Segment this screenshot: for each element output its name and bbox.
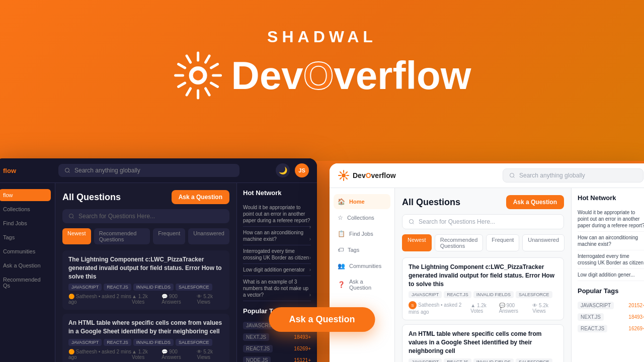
light-hot-network-item-4[interactable]: Low digit addition gener... xyxy=(578,269,644,281)
light-questions-search-placeholder: Search for Questions Here... xyxy=(419,218,495,225)
light-sidebar-item-ask-question[interactable]: ❓ Ask a Question xyxy=(334,275,390,295)
communities-icon: 👥 xyxy=(338,262,345,269)
light-hot-network-title: Hot Network xyxy=(578,194,644,202)
sidebar-item-communities[interactable]: Communities xyxy=(0,245,51,257)
sidebar-item-find-jobs[interactable]: Find Jobs xyxy=(0,217,51,229)
logo-area: DevOverflow xyxy=(173,50,471,101)
light-filter-tab-newest[interactable]: Newest xyxy=(402,234,432,251)
light-tag-reactjs-2[interactable]: REACT.JS xyxy=(444,358,471,362)
sidebar-item-ask-question[interactable]: Ask a Question xyxy=(0,259,51,272)
dark-answers-stat-2: 💬 900 Answers xyxy=(162,349,193,360)
brand-name: SHADWAL xyxy=(267,28,377,46)
light-sidebar-item-home[interactable]: 🏠 Home xyxy=(334,194,390,209)
svg-point-26 xyxy=(410,220,414,224)
light-sidebar-tags-label: Tags xyxy=(348,247,359,253)
dark-sidebar: flow Collections Find Jobs Tags Communit… xyxy=(0,183,55,362)
light-sidebar-collections-label: Collections xyxy=(347,215,374,221)
light-hot-network-item-1[interactable]: Would it be appropriate to point out an … xyxy=(578,207,644,232)
filter-tab-frequent[interactable]: Frequent xyxy=(153,228,185,244)
hot-network-item-1[interactable]: Would it be appropriate to point out an … xyxy=(243,202,311,227)
svg-line-5 xyxy=(206,88,210,95)
hot-network-item-4[interactable]: Low digit addition generator › xyxy=(243,264,311,276)
light-questions-search[interactable]: Search for Questions Here... xyxy=(402,214,564,229)
light-tag-invalid-fields[interactable]: INVALID FIELDS xyxy=(473,291,514,298)
hot-network-item-2[interactable]: How can an airconditioning machine exist… xyxy=(243,227,311,245)
light-ptag-javascript[interactable]: JAVASCRIPT xyxy=(578,302,614,309)
dark-search-bar[interactable]: Search anything globally xyxy=(58,164,239,177)
dark-tag-nodejs-count: 15121+ xyxy=(294,357,311,362)
light-ptag-reactjs[interactable]: REACT.JS xyxy=(578,325,607,332)
light-ptag-javascript-count: 20152+ xyxy=(628,303,644,308)
ask-question-sidebar-icon: ❓ xyxy=(338,281,345,288)
light-filter-tab-unanswered[interactable]: Unanswered xyxy=(522,234,565,251)
dark-question-tags-2: JAVASCRIPT REACT.JS INVALID FIELDS SALES… xyxy=(68,339,223,346)
dark-questions-search-placeholder: Search for Questions Here... xyxy=(78,213,155,220)
dark-questions-search[interactable]: Search for Questions Here... xyxy=(62,209,229,223)
light-ask-question-button[interactable]: Ask a Question xyxy=(506,195,564,209)
light-tag-reactjs[interactable]: REACT.JS xyxy=(444,291,471,298)
svg-line-2 xyxy=(211,64,218,68)
light-tag-javascript[interactable]: JAVASCRIPT xyxy=(409,291,442,298)
hot-network-item-5[interactable]: What is an example of 3 numbers that do … xyxy=(243,276,311,301)
tag-javascript-2[interactable]: JAVASCRIPT xyxy=(68,339,102,346)
sidebar-item-recommended-qs[interactable]: Recommended Qs xyxy=(0,274,51,292)
light-ptag-nextjs[interactable]: NEXT.JS xyxy=(578,313,604,321)
filter-tab-unanswered[interactable]: Unanswered xyxy=(188,228,229,244)
light-question-title-1[interactable]: The Lightning Component c:LWC_PizzaTrack… xyxy=(409,263,557,288)
light-tag-salesforce[interactable]: SALESFORCE xyxy=(516,291,552,298)
sidebar-item-collections[interactable]: Collections xyxy=(0,203,51,215)
dark-tag-nextjs[interactable]: NEXT.JS xyxy=(243,333,269,341)
dark-filter-tabs: Newest Recommended Questions Frequent Un… xyxy=(62,228,229,244)
light-question-title-2[interactable]: An HTML table where specific cells come … xyxy=(409,330,557,355)
light-sidebar-item-communities[interactable]: 👥 Communities xyxy=(334,258,390,274)
light-filter-tab-recommended[interactable]: Recommended Questions xyxy=(435,234,484,251)
svg-line-1 xyxy=(206,56,210,62)
light-tag-javascript-2[interactable]: JAVASCRIPT xyxy=(409,358,442,362)
dark-question-item-2: An HTML table where specific cells come … xyxy=(62,314,229,362)
svg-point-15 xyxy=(69,214,73,218)
dark-mode-icon[interactable]: 🌙 xyxy=(276,163,290,177)
tag-salesforce-2[interactable]: SALESFORCE xyxy=(176,339,212,346)
dark-question-title[interactable]: The Lightning Component c:LWC_PizzaTrack… xyxy=(68,255,223,281)
cta-section: Ask a Question xyxy=(269,307,375,332)
dark-question-title-2[interactable]: An HTML table where specific cells come … xyxy=(68,319,223,336)
dark-ask-question-button[interactable]: Ask a Question xyxy=(172,190,229,204)
light-sidebar-find-jobs-label: Find Jobs xyxy=(349,231,373,237)
filter-tab-newest[interactable]: Newest xyxy=(62,228,91,244)
tag-javascript[interactable]: JAVASCRIPT xyxy=(68,284,102,291)
light-views-1: 👁 5.2k Views xyxy=(532,303,557,314)
light-logo-text: DevOverflow xyxy=(353,171,396,179)
tag-salesforce[interactable]: SALESFORCE xyxy=(176,284,212,291)
hot-network-item-3[interactable]: Interrogated every time crossing UK Bord… xyxy=(243,245,311,264)
dark-body: flow Collections Find Jobs Tags Communit… xyxy=(0,183,317,362)
sidebar-item-home[interactable]: flow xyxy=(0,189,51,201)
search-icon xyxy=(64,167,70,173)
author-avatar-1: S xyxy=(409,301,417,309)
light-hot-network-item-3[interactable]: Interrogated every time crossing UK Bord… xyxy=(578,250,644,269)
home-icon: 🏠 xyxy=(338,198,345,205)
dark-tag-reactjs-count: 16269+ xyxy=(294,346,311,351)
product-name: DevOverflow xyxy=(231,56,471,95)
dark-question-author-time: 🟠 Satheesh • asked 2 mins ago xyxy=(68,294,132,305)
light-hot-network-item-2[interactable]: How can an airconditioning machine exist… xyxy=(578,232,644,250)
dark-tag-nodejs[interactable]: NODE.JS xyxy=(243,356,271,362)
sidebar-item-tags[interactable]: Tags xyxy=(0,231,51,243)
light-tag-salesforce-2[interactable]: SALESFORCE xyxy=(516,358,552,362)
dark-tag-reactjs[interactable]: REACT.JS xyxy=(243,345,273,352)
dark-votes-stat: ▲ 1.2k Votes xyxy=(132,294,157,305)
light-sidebar-item-tags[interactable]: 🏷 Tags xyxy=(334,242,390,257)
sunburst-icon xyxy=(173,50,223,101)
tag-reactjs[interactable]: REACT.JS xyxy=(104,284,131,291)
light-search-bar[interactable]: Search anything globally xyxy=(503,168,643,183)
tag-invalid-fields-2[interactable]: INVALID FIELDS xyxy=(133,339,174,346)
tag-invalid-fields[interactable]: INVALID FIELDS xyxy=(133,284,174,291)
ask-question-cta-button[interactable]: Ask a Question xyxy=(269,307,375,332)
dark-tag-nextjs-count: 18493+ xyxy=(294,334,311,340)
filter-tab-recommended[interactable]: Recommended Questions xyxy=(94,228,150,244)
light-tag-invalid-fields-2[interactable]: INVALID FIELDS xyxy=(473,358,514,362)
light-filter-tab-frequent[interactable]: Frequent xyxy=(486,234,519,251)
light-sidebar-item-collections[interactable]: ☆ Collections xyxy=(334,210,390,225)
tag-reactjs-2[interactable]: REACT.JS xyxy=(104,339,131,346)
user-avatar[interactable]: JS xyxy=(295,163,309,177)
light-sidebar-item-find-jobs[interactable]: 📋 Find Jobs xyxy=(334,226,390,241)
